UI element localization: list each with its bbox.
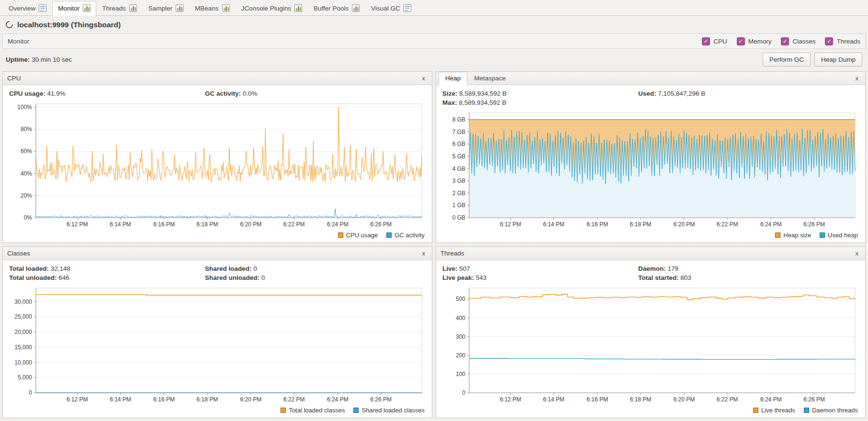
tab-overview[interactable]: Overview: [3, 1, 52, 15]
uptime-bar: Uptime: 30 min 10 sec Perform GC Heap Du…: [0, 49, 868, 70]
stat-label: Size:: [442, 90, 458, 97]
svg-text:6:16 PM: 6:16 PM: [586, 221, 608, 228]
svg-text:60%: 60%: [21, 148, 32, 155]
svg-text:6:26 PM: 6:26 PM: [803, 396, 825, 403]
heap-size-stat: Size: 8,589,934,592 B: [442, 90, 638, 97]
stat-label: Daemon:: [638, 265, 666, 272]
svg-text:5 GB: 5 GB: [452, 153, 465, 160]
stat-value: 41.9%: [47, 90, 66, 97]
legend-label: Daemon threads: [812, 407, 858, 414]
checkbox-classes[interactable]: ✓ Classes: [781, 37, 815, 45]
buffer-pools-tab-icon: [352, 4, 360, 12]
classes-panel: Classes x Total loaded: 32,148 Shared lo…: [2, 246, 432, 418]
stat-value: 803: [680, 274, 691, 281]
legend-item: GC activity: [386, 232, 425, 239]
classes-panel-body: Total loaded: 32,148 Shared loaded: 0 To…: [3, 260, 432, 418]
shared-loaded-stat: Shared loaded: 0: [205, 265, 426, 272]
checkbox-memory[interactable]: ✓ Memory: [737, 37, 772, 45]
monitor-section-label: Monitor: [8, 38, 29, 45]
stat-value: 0: [253, 265, 257, 272]
tab-mbeans-label: MBeans: [195, 5, 219, 12]
threads-tab-icon: [129, 4, 137, 12]
svg-text:6:24 PM: 6:24 PM: [760, 221, 782, 228]
checkbox-cpu[interactable]: ✓ CPU: [702, 37, 727, 45]
svg-text:6:18 PM: 6:18 PM: [630, 396, 652, 403]
application-title-bar: localhost:9999 (Thingsboard): [0, 16, 868, 33]
svg-text:6:12 PM: 6:12 PM: [500, 396, 521, 403]
stat-label: Shared loaded:: [205, 265, 252, 272]
heap-tab-label: Heap: [445, 75, 461, 82]
total-unloaded-stat: Total unloaded: 646: [9, 274, 205, 281]
svg-text:6:12 PM: 6:12 PM: [67, 221, 88, 228]
live-threads-legend-swatch: [753, 408, 758, 413]
heap-chart: 0 GB1 GB2 GB3 GB4 GB5 GB6 GB7 GB8 GB6:12…: [441, 110, 860, 229]
svg-text:400: 400: [456, 315, 465, 321]
cpu-panel: CPU x CPU usage: 41.9% GC activity: 0.0%…: [2, 71, 432, 243]
stat-value: 7,105,847,296 B: [658, 90, 705, 97]
shared-unloaded-stat: Shared unloaded: 0: [205, 274, 426, 281]
uptime-value: 30 min 10 sec: [32, 56, 72, 63]
svg-text:10,000: 10,000: [14, 359, 32, 366]
tab-monitor-label: Monitor: [58, 5, 79, 12]
perform-gc-button[interactable]: Perform GC: [763, 53, 811, 66]
classes-chart: 05,00010,00015,00020,00025,00030,0006:12…: [8, 285, 427, 404]
used-heap-legend-swatch: [820, 233, 825, 238]
svg-text:200: 200: [456, 352, 465, 359]
tab-mbeans[interactable]: MBeans: [189, 1, 236, 15]
stat-value: 0.0%: [243, 90, 258, 97]
heap-tab[interactable]: Heap: [439, 72, 467, 85]
svg-text:6:26 PM: 6:26 PM: [370, 221, 392, 228]
main-tab-bar: Overview Monitor Threads Sampler MBeans …: [0, 0, 868, 16]
classes-panel-header: Classes x: [3, 247, 432, 260]
tab-jconsole-plugins[interactable]: JConsole Plugins: [236, 1, 308, 15]
threads-panel-close-button[interactable]: x: [853, 250, 861, 257]
tab-visual-gc-label: Visual GC: [371, 5, 400, 12]
tab-threads[interactable]: Threads: [96, 1, 143, 15]
metaspace-tab[interactable]: Metaspace: [467, 72, 512, 85]
stat-value: 543: [476, 274, 487, 281]
tab-sampler[interactable]: Sampler: [143, 1, 189, 15]
stat-value: 179: [667, 265, 678, 272]
gc-activity-stat: GC activity: 0.0%: [205, 90, 426, 97]
cpu-panel-close-button[interactable]: x: [420, 75, 428, 82]
svg-text:6:14 PM: 6:14 PM: [543, 221, 564, 228]
svg-text:40%: 40%: [21, 170, 32, 177]
svg-text:4 GB: 4 GB: [452, 166, 465, 172]
svg-text:6:24 PM: 6:24 PM: [327, 396, 349, 403]
svg-text:300: 300: [456, 333, 465, 340]
uptime-text: Uptime: 30 min 10 sec: [6, 56, 72, 63]
heap-panel-body: Size: 8,589,934,592 B Used: 7,105,847,29…: [436, 85, 865, 243]
checkbox-threads-label: Threads: [836, 38, 860, 45]
svg-text:8 GB: 8 GB: [452, 116, 465, 123]
tab-monitor[interactable]: Monitor: [52, 1, 96, 16]
svg-text:6:18 PM: 6:18 PM: [630, 221, 652, 228]
gc-activity-legend-swatch: [386, 233, 392, 238]
stat-value: 8,589,934,592 B: [459, 90, 507, 97]
svg-text:20%: 20%: [21, 192, 32, 199]
legend-label: Used heap: [828, 232, 858, 239]
legend-label: CPU usage: [346, 232, 378, 239]
svg-text:0 GB: 0 GB: [452, 214, 465, 221]
cpu-panel-title: CPU: [7, 75, 21, 82]
tab-buffer-pools[interactable]: Buffer Pools: [308, 1, 365, 15]
checkbox-threads[interactable]: ✓ Threads: [825, 37, 860, 45]
jconsole-plugins-tab-icon: [294, 4, 302, 12]
stat-value: 32,148: [51, 265, 70, 272]
legend-item: Total loaded classes: [281, 407, 345, 414]
legend-item: Used heap: [820, 232, 858, 239]
threads-chart: 01002003004005006:12 PM6:14 PM6:16 PM6:1…: [441, 285, 860, 404]
classes-panel-close-button[interactable]: x: [420, 250, 428, 257]
mbeans-tab-icon: [222, 4, 230, 12]
total-loaded-legend-swatch: [281, 408, 286, 413]
stat-label: Total loaded:: [9, 265, 49, 272]
tab-visual-gc[interactable]: Visual GC: [365, 1, 417, 15]
legend-label: Heap size: [783, 232, 811, 239]
heap-dump-button[interactable]: Heap Dump: [814, 53, 862, 66]
total-started-stat: Total started: 803: [638, 274, 859, 281]
svg-text:6:24 PM: 6:24 PM: [760, 396, 782, 403]
heap-panel-close-button[interactable]: x: [853, 75, 861, 82]
classes-panel-title: Classes: [7, 250, 30, 257]
svg-text:6:12 PM: 6:12 PM: [67, 396, 88, 403]
stat-label: Total unloaded:: [9, 274, 57, 281]
svg-text:100: 100: [456, 371, 465, 377]
